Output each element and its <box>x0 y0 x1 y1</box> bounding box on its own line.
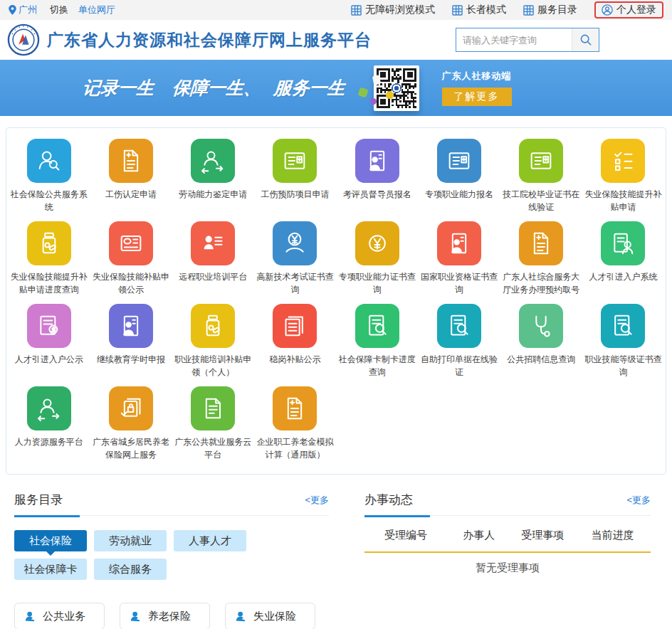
site-logo <box>7 23 40 56</box>
card-badge-icon <box>273 139 317 183</box>
app-tile[interactable]: 广东省城乡居民养老保险网上服务 <box>90 386 172 461</box>
doc-plus-icon <box>519 221 563 265</box>
doc-search-icon <box>601 304 645 348</box>
switch-city-link[interactable]: 切换 <box>50 4 68 16</box>
app-tile-label: 人力资源服务平台 <box>15 435 83 448</box>
service-button[interactable]: 养老保险 <box>120 603 210 629</box>
person-circle-icon <box>602 4 613 16</box>
location-selector[interactable]: 广州 <box>9 4 37 16</box>
app-tile[interactable]: 失业保险技能提升补贴申请进度查询 <box>8 221 90 296</box>
app-tile[interactable]: 工伤认定申请 <box>90 139 172 213</box>
app-tile-label: 考评员督导员报名 <box>343 188 411 201</box>
table-column-header: 受理编号 <box>364 529 447 542</box>
person-doc-icon <box>355 139 399 183</box>
doc-plus-icon <box>109 139 153 183</box>
table-column-header: 当前进度 <box>574 529 651 542</box>
person-icon <box>235 610 247 623</box>
site-title: 广东省人力资源和社会保障厅网上服务平台 <box>47 29 372 51</box>
app-tile[interactable]: 广东公共就业服务云平台 <box>172 386 254 461</box>
activity-title: 办事动态 <box>364 492 413 508</box>
learn-more-button[interactable]: 了解更多 <box>442 88 512 106</box>
app-tile[interactable]: 继续教育学时申报 <box>90 304 172 379</box>
doc-search-icon <box>355 304 399 348</box>
service-catalog-label: 服务目录 <box>537 4 577 16</box>
app-tile[interactable]: 社会保障卡制卡进度查询 <box>336 304 418 379</box>
activity-empty-text: 暂无受理事项 <box>364 561 651 575</box>
service-tab[interactable]: 劳动就业 <box>94 530 167 551</box>
app-tile-label: 工伤认定申请 <box>105 188 157 201</box>
personal-login-button[interactable]: 个人登录 <box>594 1 663 18</box>
service-button-label: 公共业务 <box>43 610 85 623</box>
app-tile[interactable]: 失业保险技能提升补贴申请 <box>582 139 664 213</box>
app-tile-label: 劳动能力鉴定申请 <box>179 188 247 201</box>
app-tile-label: 远程职业培训平台 <box>179 270 247 283</box>
app-tile[interactable]: 失业保险技能补贴申领公示 <box>90 221 172 296</box>
yen-circle-icon <box>355 221 399 265</box>
app-tile[interactable]: 专项职业能力证书查询 <box>336 221 418 296</box>
service-tab[interactable]: 社会保险 <box>14 530 87 551</box>
app-tile[interactable]: 远程职业培训平台 <box>172 221 254 296</box>
elder-mode-button[interactable]: 长者模式 <box>452 4 506 16</box>
search-button[interactable] <box>572 28 599 51</box>
person-icon <box>24 610 36 623</box>
app-tile[interactable]: 职业技能等级证书查询 <box>582 304 664 379</box>
service-catalog-panel: 服务目录 <更多 社会保险劳动就业人事人才社会保障卡综合服务 公共业务养老保险失… <box>14 492 329 629</box>
card-lines-icon <box>109 221 153 265</box>
banner-decoration <box>355 70 404 105</box>
doc-money-icon <box>27 304 71 348</box>
location-pin-icon <box>9 5 16 15</box>
people-arrows-icon <box>27 386 71 430</box>
service-tab[interactable]: 综合服务 <box>94 559 167 580</box>
app-tile[interactable]: 技工院校毕业证书在线验证 <box>500 139 582 213</box>
app-tile[interactable]: 公共招聘信息查询 <box>500 304 582 379</box>
app-tile[interactable]: 国家职业资格证书查询 <box>418 221 500 296</box>
app-tile[interactable]: 社会保险公共服务系统 <box>8 139 90 213</box>
yen-hand-icon <box>273 221 317 265</box>
app-tile[interactable]: 职业技能培训补贴申领（个人） <box>172 304 254 379</box>
accessibility-mode-button[interactable]: 无障碍浏览模式 <box>351 4 435 16</box>
apps-panel: 社会保险公共服务系统 工伤认定申请 劳动能力鉴定申请 工伤预防项目申请 考评员督… <box>6 127 666 475</box>
app-tile[interactable]: 稳岗补贴公示 <box>254 304 336 379</box>
service-tab[interactable]: 人事人才 <box>174 530 246 551</box>
app-tile[interactable]: 广东人社综合服务大厅业务办理预约取号 <box>500 221 582 296</box>
service-catalog-more-link[interactable]: <更多 <box>305 494 329 507</box>
mobile-app-name: 广东人社移动端 <box>442 70 512 83</box>
app-tile[interactable]: 专项职业能力报名 <box>418 139 500 213</box>
card-badge-icon <box>519 139 563 183</box>
app-tile[interactable]: 自助打印单据在线验证 <box>418 304 500 379</box>
banner-slogan: 记录一生 保障一生、 服务一生 <box>82 76 346 100</box>
apps-grid: 社会保险公共服务系统 工伤认定申请 劳动能力鉴定申请 工伤预防项目申请 考评员督… <box>8 139 664 461</box>
app-tile[interactable]: 人才引进入户公示 <box>8 304 90 379</box>
app-tile-label: 企业职工养老金模拟计算（通用版） <box>255 435 335 461</box>
person-icon <box>130 610 142 623</box>
doc-plus-icon <box>273 386 317 430</box>
service-tab[interactable]: 社会保障卡 <box>14 559 87 580</box>
service-catalog-button[interactable]: 服务目录 <box>523 4 577 16</box>
app-tile-label: 人才引进入户公示 <box>15 353 83 366</box>
app-tile-label: 失业保险技能提升补贴申请 <box>583 188 663 213</box>
person-doc-icon <box>437 221 481 265</box>
bottom-section: 服务目录 <更多 社会保险劳动就业人事人才社会保障卡综合服务 公共业务养老保险失… <box>0 475 672 629</box>
app-tile-label: 社会保险公共服务系统 <box>9 188 89 213</box>
app-tile[interactable]: 劳动能力鉴定申请 <box>172 139 254 213</box>
grid-icon <box>351 5 362 16</box>
cards-check-icon <box>109 386 153 430</box>
app-tile[interactable]: 考评员督导员报名 <box>336 139 418 213</box>
app-tile-label: 职业技能培训补贴申领（个人） <box>173 353 253 379</box>
service-button[interactable]: 公共业务 <box>14 603 105 629</box>
app-tile[interactable]: 高新技术考试证书查询 <box>254 221 336 296</box>
service-catalog-header: 服务目录 <更多 <box>14 492 329 516</box>
mobile-app-box: 广东人社移动端 了解更多 <box>442 70 512 106</box>
activity-table-header: 受理编号办事人受理事项当前进度 <box>364 529 651 553</box>
unit-hall-link[interactable]: 单位网厅 <box>78 4 115 16</box>
app-tile[interactable]: 人才引进入户系统 <box>582 221 664 296</box>
app-tile[interactable]: 工伤预防项目申请 <box>254 139 336 213</box>
activity-more-link[interactable]: <更多 <box>626 494 651 507</box>
search-input[interactable] <box>456 28 572 51</box>
app-tile-label: 广东人社综合服务大厅业务办理预约取号 <box>501 270 581 296</box>
app-tile[interactable]: 人力资源服务平台 <box>8 386 90 461</box>
service-button[interactable]: 失业保险 <box>225 603 315 629</box>
bottle-icon <box>27 221 71 265</box>
doc-lines-icon <box>191 386 235 430</box>
app-tile[interactable]: 企业职工养老金模拟计算（通用版） <box>254 386 336 461</box>
